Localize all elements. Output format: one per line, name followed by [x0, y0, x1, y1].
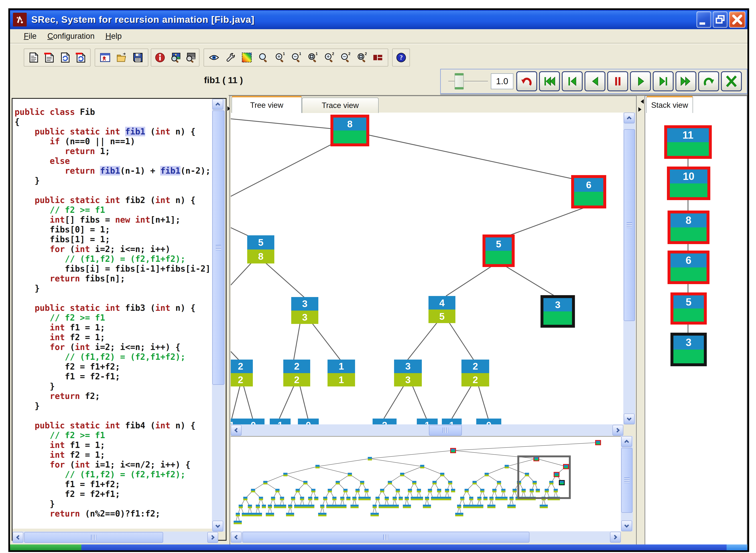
speed-slider[interactable] — [448, 72, 488, 91]
stack-node[interactable]: 10 — [667, 167, 710, 200]
splitter2-expand-right-icon[interactable] — [638, 107, 644, 112]
titlebar[interactable]: SRec, System for recursion animation [Fi… — [10, 10, 747, 29]
colors-button[interactable] — [240, 50, 253, 65]
undo-button[interactable] — [516, 71, 537, 91]
redo-button[interactable] — [698, 71, 719, 91]
menu-item-help[interactable]: Help — [100, 32, 127, 41]
tree-node[interactable]: 22 — [462, 360, 489, 386]
pause-button[interactable] — [607, 71, 628, 91]
stop-button[interactable] — [721, 71, 742, 91]
splitter2-collapse-left-icon[interactable] — [638, 99, 644, 104]
scroll-down-button[interactable] — [624, 413, 635, 424]
open-folder-button[interactable] — [115, 50, 128, 65]
panels-button[interactable] — [371, 50, 384, 65]
scroll-down-button[interactable] — [621, 521, 632, 531]
tree-node[interactable]: 45 — [428, 296, 456, 323]
tree-view-canvas[interactable]: 865583345322221133221101110122111101 — [231, 112, 623, 424]
tree-node[interactable]: 11 — [231, 418, 244, 424]
scroll-thumb[interactable] — [621, 448, 632, 513]
slider-track[interactable] — [448, 81, 488, 81]
zoom-out-1-button[interactable]: 1 — [289, 50, 302, 65]
scroll-thumb[interactable] — [243, 532, 530, 543]
stack-view-canvas[interactable]: 11108653 — [645, 112, 747, 545]
tree-node[interactable]: 33 — [291, 297, 318, 324]
tree-vertical-scrollbar[interactable] — [623, 112, 635, 424]
view-selection-button[interactable] — [169, 50, 182, 65]
scroll-left-button[interactable] — [231, 532, 242, 543]
view-selection-gray-button[interactable] — [184, 50, 197, 65]
code-vertical-scrollbar[interactable] — [212, 99, 225, 532]
scroll-right-button[interactable] — [207, 532, 218, 543]
scroll-thumb[interactable] — [24, 532, 163, 543]
minimap-viewport[interactable] — [518, 456, 571, 499]
zoom-out-2-button[interactable]: 2 — [339, 50, 351, 65]
tree-node[interactable]: 22 — [372, 418, 397, 424]
minimize-button[interactable] — [697, 11, 711, 28]
prev-breakpoint-button[interactable] — [562, 71, 582, 91]
eye-button[interactable] — [208, 50, 220, 65]
run-animation-button[interactable] — [99, 50, 112, 65]
magnifier-button[interactable] — [257, 50, 270, 65]
help-button[interactable]: ? — [395, 50, 408, 65]
stack-node[interactable]: 3 — [671, 333, 707, 366]
tree-node[interactable]: 3 — [541, 295, 575, 328]
scroll-up-button[interactable] — [624, 112, 635, 124]
tab-stack-view[interactable]: Stack view — [646, 96, 693, 113]
tree-node[interactable]: 11 — [417, 418, 438, 424]
fast-forward-button[interactable] — [676, 71, 696, 91]
zoom-fit-2-button[interactable]: 2 — [355, 50, 368, 65]
tree-node[interactable]: 11 — [270, 418, 291, 424]
tree-node[interactable]: 5 — [483, 235, 514, 267]
tree-node[interactable]: 8 — [331, 114, 369, 146]
tab-tree-view[interactable]: Tree view — [231, 96, 302, 113]
save-button[interactable] — [131, 50, 144, 65]
new-file-button[interactable] — [27, 50, 40, 65]
code-horizontal-scrollbar[interactable] — [12, 532, 218, 543]
scroll-up-button[interactable] — [212, 99, 223, 110]
minimap-horizontal-scrollbar[interactable] — [231, 531, 621, 543]
menu-item-file[interactable]: File — [18, 32, 42, 41]
stack-node[interactable]: 11 — [664, 125, 712, 159]
tree-node[interactable]: 01 — [242, 418, 265, 424]
scroll-left-button[interactable] — [231, 425, 242, 436]
close-file-button[interactable] — [43, 50, 56, 65]
scroll-left-button[interactable] — [12, 532, 23, 543]
info-button[interactable] — [153, 50, 166, 65]
reload-close-file-button[interactable] — [74, 50, 87, 65]
go-first-button[interactable] — [539, 71, 560, 91]
zoom-fit-1-button[interactable]: 1 — [306, 50, 319, 65]
tree-node[interactable]: 11 — [442, 418, 462, 424]
minimap-vertical-scrollbar[interactable] — [621, 436, 633, 531]
next-breakpoint-button[interactable] — [653, 71, 674, 91]
menu-item-configuration[interactable]: Configuration — [42, 32, 100, 41]
stack-node[interactable]: 6 — [668, 250, 709, 284]
zoom-in-1-button[interactable]: 1 — [273, 50, 286, 65]
step-back-button[interactable] — [585, 71, 605, 91]
tree-node[interactable]: 58 — [247, 235, 274, 263]
scroll-right-button[interactable] — [613, 425, 623, 436]
tab-trace-view[interactable]: Trace view — [302, 97, 379, 113]
tree-node[interactable]: 01 — [298, 418, 319, 424]
zoom-in-2-button[interactable]: 2 — [322, 50, 335, 65]
overview-minimap[interactable] — [231, 436, 621, 531]
close-button[interactable] — [729, 11, 745, 28]
tree-horizontal-scrollbar[interactable] — [231, 424, 623, 436]
tree-node[interactable]: 01 — [476, 418, 501, 424]
reload-file-button[interactable] — [59, 50, 72, 65]
tree-node[interactable]: 22 — [283, 360, 310, 386]
tree-node[interactable]: 33 — [394, 360, 422, 386]
play-button[interactable] — [630, 71, 651, 91]
stack-node[interactable]: 8 — [668, 211, 709, 244]
scroll-thumb[interactable] — [212, 110, 224, 385]
tree-node[interactable]: 11 — [328, 360, 355, 386]
scroll-thumb[interactable] — [429, 425, 462, 436]
wrench-button[interactable] — [224, 50, 237, 65]
tree-node[interactable]: 22 — [231, 360, 253, 386]
scroll-up-button[interactable] — [621, 436, 632, 447]
stack-node[interactable]: 5 — [671, 293, 707, 325]
speed-input[interactable] — [491, 73, 513, 89]
restore-button[interactable] — [713, 11, 728, 28]
tree-node[interactable]: 6 — [571, 175, 606, 209]
scroll-right-button[interactable] — [610, 532, 621, 543]
scroll-down-button[interactable] — [212, 521, 223, 532]
